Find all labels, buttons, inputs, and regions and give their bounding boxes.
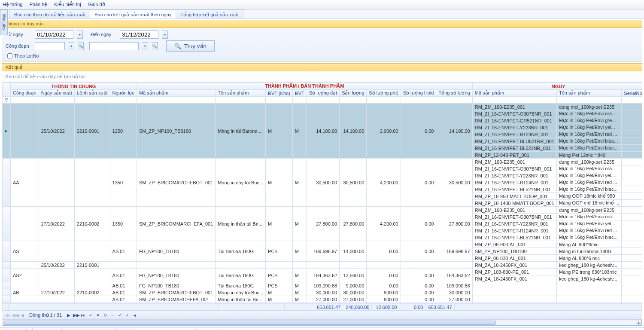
- cell[interactable]: 0.00: [401, 282, 436, 289]
- material-code-cell[interactable]: RM_ZA_18-2450FX_001: [472, 262, 556, 269]
- serial-cell[interactable]: [622, 179, 642, 186]
- cell[interactable]: [216, 262, 266, 269]
- material-name-cell[interactable]: [556, 296, 621, 303]
- serial-cell[interactable]: [622, 289, 642, 296]
- cell[interactable]: FG_NP100_TB180: [137, 241, 215, 262]
- material-code-cell[interactable]: RM_ZI_16-ENVIPET-BL521NR_001: [472, 145, 556, 152]
- material-name-cell[interactable]: Mực in 16kg Pet/Envi red ...: [556, 179, 621, 186]
- serial-cell[interactable]: [622, 200, 642, 207]
- filter-cell[interactable]: [137, 97, 215, 104]
- serial-cell[interactable]: [622, 104, 642, 110]
- material-code-cell[interactable]: RM_ZI_16-ENVIPET-R124NR_001: [472, 179, 556, 186]
- cell[interactable]: M: [266, 207, 293, 241]
- stage-input-1[interactable]: [35, 42, 65, 50]
- column-header[interactable]: Công đoạn: [11, 90, 39, 97]
- cell[interactable]: 27,000.00: [436, 296, 472, 303]
- cell[interactable]: 164,363.62: [436, 269, 472, 282]
- material-name-cell[interactable]: Màng OOP 18mic khổ 950: [556, 193, 621, 200]
- serial-cell[interactable]: [622, 165, 642, 172]
- material-name-cell[interactable]: [556, 289, 621, 296]
- cell[interactable]: Túi Barona 180G: [216, 282, 266, 289]
- cell[interactable]: [39, 269, 74, 282]
- material-code-cell[interactable]: RM_ZM_160-E235_001: [472, 104, 556, 110]
- filter-cell[interactable]: [74, 97, 110, 104]
- cell[interactable]: AB: [11, 289, 39, 296]
- grid-scroll[interactable]: THÔNG TIN CHUNGTHÀNH PHẨM / BÁN THÀNH PH…: [2, 82, 642, 303]
- material-name-cell[interactable]: Mực in 16kg Pet/Envi yel...: [556, 124, 621, 131]
- cell[interactable]: [39, 241, 74, 262]
- cell[interactable]: 164,363.62: [307, 269, 339, 282]
- row-indicator[interactable]: [3, 282, 11, 289]
- nav-plus-icon[interactable]: +: [124, 312, 130, 318]
- cell[interactable]: 2210-0001: [74, 262, 110, 269]
- cell[interactable]: [110, 262, 137, 269]
- cell[interactable]: M: [292, 269, 307, 282]
- material-name-cell[interactable]: Màng in túi Barona 180G: [556, 248, 621, 255]
- cell[interactable]: M: [292, 159, 307, 207]
- material-code-cell[interactable]: RM_ZI_16-ENVIPET-BLU521NR_001: [472, 138, 556, 145]
- lotno-checkbox[interactable]: Theo LotNo: [7, 53, 638, 58]
- cell[interactable]: 2210-0002: [74, 207, 110, 241]
- cell[interactable]: 27,800.00: [436, 207, 472, 241]
- cell[interactable]: 14,000.00: [340, 241, 367, 262]
- menu-help[interactable]: Giúp đỡ: [88, 2, 105, 7]
- stage1-search-icon[interactable]: 🔍: [78, 42, 84, 50]
- cell[interactable]: 4,200.00: [367, 159, 401, 207]
- cell[interactable]: [74, 282, 110, 289]
- cell[interactable]: [39, 296, 74, 303]
- material-name-cell[interactable]: Màng Pet 12mic * 840: [556, 152, 621, 159]
- column-header[interactable]: ĐVT (Kho): [266, 90, 293, 97]
- filter-cell[interactable]: [11, 97, 39, 104]
- cell[interactable]: 27,000.00: [340, 296, 367, 303]
- cell[interactable]: Màng in đáy túi Bric...: [216, 289, 266, 296]
- cell[interactable]: 9,000.00: [340, 282, 367, 289]
- cell[interactable]: PCS: [266, 282, 293, 289]
- cell[interactable]: 0.00: [401, 207, 436, 241]
- cell[interactable]: PCS: [266, 241, 293, 262]
- cell[interactable]: 109,090.88: [307, 282, 339, 289]
- modules-sidebar-tab[interactable]: Modules: [0, 9, 8, 35]
- material-code-cell[interactable]: RM_ZI_16-ENVIPET-O307BNR_001: [472, 214, 556, 220]
- menu-system[interactable]: Hệ thống: [3, 2, 22, 7]
- cell[interactable]: [266, 262, 293, 269]
- cell[interactable]: [292, 262, 307, 269]
- cell[interactable]: 0.00: [401, 269, 436, 282]
- nav-prev-page-icon[interactable]: ◀◀: [12, 312, 18, 318]
- column-header[interactable]: Nguồn lực: [110, 90, 137, 97]
- material-name-cell[interactable]: Mực in 16kg Pet/Envi blac...: [556, 234, 621, 241]
- material-code-cell[interactable]: RM_ZI_16-ENVIPET-R124NR_001: [472, 227, 556, 234]
- cell[interactable]: [74, 241, 110, 262]
- cell[interactable]: [11, 282, 39, 289]
- from-date-input[interactable]: [35, 31, 73, 39]
- nav-last-icon[interactable]: ⏭: [80, 312, 86, 318]
- cell[interactable]: [11, 104, 39, 159]
- stage2-search-icon[interactable]: 🔍: [152, 42, 158, 50]
- serial-cell[interactable]: [622, 220, 642, 227]
- bottom-tab-process[interactable]: Quy trình sản xuất: [32, 328, 81, 330]
- serial-cell[interactable]: [622, 269, 642, 275]
- cell[interactable]: FG_NP100_TB180: [137, 269, 215, 282]
- row-indicator[interactable]: [3, 262, 11, 269]
- cell[interactable]: [436, 262, 472, 269]
- cell[interactable]: M: [292, 289, 307, 296]
- serial-cell[interactable]: [622, 124, 642, 131]
- cell[interactable]: PCS: [266, 269, 293, 282]
- material-code-cell[interactable]: SM_ZP_NP100_TB8180: [472, 248, 556, 255]
- filter-indicator[interactable]: ▽: [3, 97, 11, 104]
- material-name-cell[interactable]: Mực in 16kg Pet/Envi red ...: [556, 227, 621, 234]
- row-indicator[interactable]: [3, 159, 11, 207]
- serial-cell[interactable]: [622, 131, 642, 138]
- material-code-cell[interactable]: RM_ZI_16-ENVIPET-GR521NR_001: [472, 117, 556, 124]
- tab-report-track[interactable]: Báo cáo theo dõi dữ liệu sản xuất: [9, 9, 90, 18]
- column-header[interactable]: ĐVT: [292, 90, 307, 97]
- cell[interactable]: M: [266, 159, 293, 207]
- material-name-cell[interactable]: Màng PE trong 830*103mic: [556, 269, 621, 275]
- cell[interactable]: AB.01: [110, 289, 137, 296]
- stage1-dropdown-icon[interactable]: ▾: [68, 42, 74, 50]
- serial-cell[interactable]: [622, 275, 642, 282]
- menu-module[interactable]: Phân hệ: [29, 2, 47, 7]
- cell[interactable]: 0.00: [401, 241, 436, 262]
- cell[interactable]: [11, 207, 39, 241]
- cell[interactable]: Màng in túi Barona ...: [216, 104, 266, 159]
- cell[interactable]: 14,100.00: [307, 104, 339, 159]
